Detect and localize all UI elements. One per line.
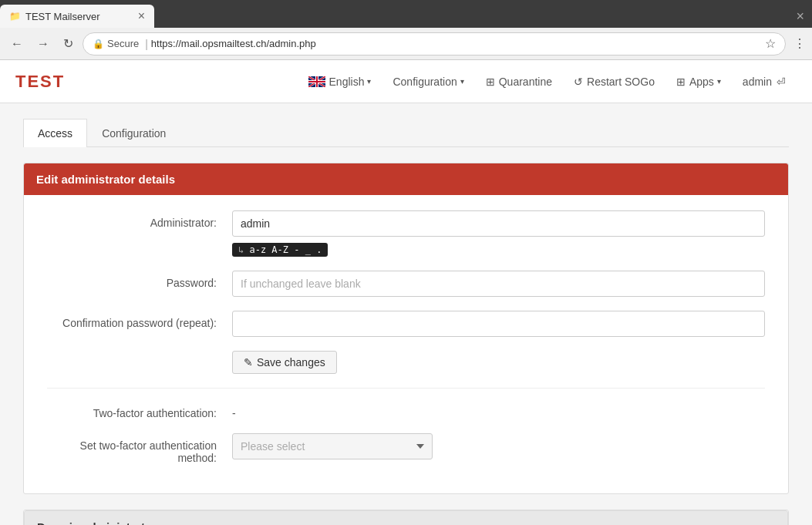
password-field-label: Password: xyxy=(47,271,232,289)
svg-rect-8 xyxy=(308,81,325,82)
password-field-container xyxy=(232,271,765,297)
admin-field-container: a-z A-Z - _ . xyxy=(232,210,765,257)
tfa-method-select[interactable]: Please select xyxy=(232,433,433,459)
apps-caret-icon: ▾ xyxy=(717,77,721,86)
save-button-spacer xyxy=(47,351,232,357)
app-navbar: TEST English ▾ Configuration ▾ ⊞ Quarant… xyxy=(0,60,812,103)
restart-icon: ↺ xyxy=(574,76,583,88)
restart-sogo-label: Restart SOGo xyxy=(587,76,655,88)
tfa-field-group: Two-factor authentication: - xyxy=(47,401,765,419)
edit-admin-header: Edit administrator details xyxy=(24,163,788,195)
edit-admin-card: Edit administrator details Administrator… xyxy=(23,163,789,494)
tab-close-icon[interactable]: × xyxy=(138,10,145,22)
tab-configuration[interactable]: Configuration xyxy=(87,119,180,147)
set-tfa-field-container: Please select xyxy=(232,433,765,459)
new-tab-button[interactable]: × xyxy=(788,8,812,25)
user-label: admin xyxy=(743,76,772,88)
bookmark-icon[interactable]: ☆ xyxy=(765,36,776,51)
tab-favicon-icon: 📁 xyxy=(9,11,21,22)
confirm-password-field-container xyxy=(232,311,765,337)
logout-icon[interactable]: ⏎ xyxy=(777,76,786,88)
nav-quarantine[interactable]: ⊞ Quarantine xyxy=(475,60,563,103)
save-button-group: ✎ Save changes xyxy=(47,351,765,374)
form-divider xyxy=(47,388,765,389)
quarantine-icon: ⊞ xyxy=(486,76,495,88)
admin-field-label: Administrator: xyxy=(47,210,232,229)
save-button-container: ✎ Save changes xyxy=(232,351,765,374)
nav-language[interactable]: English ▾ xyxy=(298,60,382,103)
browser-chrome: 📁 TEST Mailserver × × ← → ↻ 🔒 Secure | h… xyxy=(0,0,812,60)
tab-bar: 📁 TEST Mailserver × × xyxy=(0,0,812,28)
nav-user[interactable]: admin ⏎ xyxy=(732,60,797,103)
language-label: English xyxy=(329,76,365,88)
configuration-caret-icon: ▾ xyxy=(460,77,464,86)
apps-icon: ⊞ xyxy=(676,76,686,88)
admin-field-group: Administrator: a-z A-Z - _ . xyxy=(47,210,765,257)
tfa-value: - xyxy=(232,401,236,419)
browser-menu-icon[interactable]: ⋮ xyxy=(793,36,806,51)
tfa-field-label: Two-factor authentication: xyxy=(47,401,232,419)
save-icon: ✎ xyxy=(244,356,253,369)
domain-admins-header: Domain administrators xyxy=(24,510,788,525)
lock-icon: 🔒 xyxy=(93,39,104,49)
nav-restart-sogo[interactable]: ↺ Restart SOGo xyxy=(563,60,665,103)
url-text: https://mail.opsmailtest.ch/admin.php xyxy=(151,38,759,49)
configuration-label: Configuration xyxy=(393,76,457,88)
page-content: Access Configuration Edit administrator … xyxy=(0,103,812,525)
password-field-group: Password: xyxy=(47,271,765,297)
nav-apps[interactable]: ⊞ Apps ▾ xyxy=(665,60,732,103)
tab-title: TEST Mailserver xyxy=(25,11,132,22)
apps-label: Apps xyxy=(689,76,714,88)
back-button[interactable]: ← xyxy=(6,34,28,54)
nav-configuration[interactable]: Configuration ▾ xyxy=(382,60,474,103)
domain-admins-card: Domain administrators xyxy=(23,510,789,525)
secure-label: Secure xyxy=(107,38,139,49)
confirm-password-label: Confirmation password (repeat): xyxy=(47,311,232,329)
flag-uk-icon xyxy=(308,76,325,87)
browser-controls: ← → ↻ 🔒 Secure | https://mail.opsmailtes… xyxy=(0,28,812,60)
app-brand: TEST xyxy=(15,72,65,92)
tab-navigation: Access Configuration xyxy=(23,119,789,147)
admin-input[interactable] xyxy=(232,210,765,237)
admin-validation-hint: a-z A-Z - _ . xyxy=(232,243,328,257)
browser-tab[interactable]: 📁 TEST Mailserver × xyxy=(0,5,154,28)
set-tfa-field-group: Set two-factor authentication method: Pl… xyxy=(47,433,765,464)
confirm-password-field-group: Confirmation password (repeat): xyxy=(47,311,765,337)
quarantine-label: Quarantine xyxy=(499,76,552,88)
password-input[interactable] xyxy=(232,271,765,297)
tab-access[interactable]: Access xyxy=(23,119,87,147)
save-button-label: Save changes xyxy=(257,356,325,369)
address-separator: | xyxy=(145,38,148,50)
address-bar[interactable]: 🔒 Secure | https://mail.opsmailtest.ch/a… xyxy=(83,32,786,56)
forward-button[interactable]: → xyxy=(32,34,54,54)
reload-button[interactable]: ↻ xyxy=(59,33,78,54)
set-tfa-label: Set two-factor authentication method: xyxy=(47,433,232,464)
language-caret-icon: ▾ xyxy=(367,77,371,86)
confirm-password-input[interactable] xyxy=(232,311,765,337)
edit-admin-body: Administrator: a-z A-Z - _ . Password: C… xyxy=(24,195,788,493)
save-changes-button[interactable]: ✎ Save changes xyxy=(232,351,337,374)
